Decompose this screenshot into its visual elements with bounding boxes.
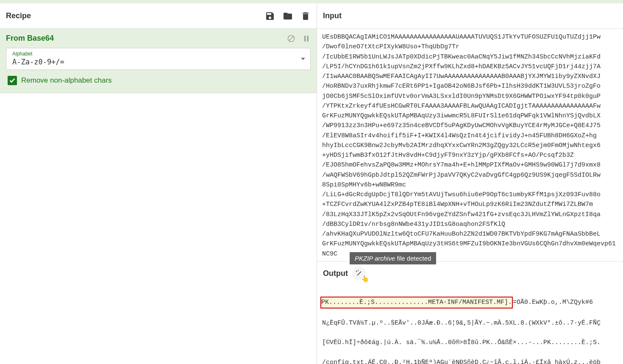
remove-non-alpha-checkbox[interactable]: Remove non-alphabet chars (6, 76, 311, 85)
file-detected-tooltip: PKZIP archive file detected (350, 252, 436, 264)
input-section: Input (317, 3, 623, 261)
recipe-header: Recipe (0, 3, 317, 29)
alphabet-dropdown[interactable]: Alphabet A-Za-z0-9+/= (6, 48, 311, 70)
tooltip-filetype: PKZIP archive (355, 255, 395, 262)
operation-title: From Base64 (6, 34, 54, 43)
cursor-pointer-icon: 👆 (361, 275, 369, 283)
input-title: Input (323, 11, 342, 20)
recipe-header-icons (265, 11, 311, 21)
highlight-pkzip-header: PK........È.;S..............META-INF/MAN… (320, 297, 513, 308)
checkbox-checked-icon (8, 76, 17, 85)
magic-wand-button[interactable]: PKZIP archive file detected 👆 (352, 267, 366, 280)
svg-rect-3 (307, 36, 309, 41)
output-text: /config.txt.ÁË.C0..Ð.²H.1bÑEª)AGu¨èNÐSñè… (319, 358, 621, 364)
io-panel: Input Output PKZIP archive file detected… (317, 3, 623, 364)
tooltip-rest: file detected (395, 255, 431, 262)
alphabet-value: A-Za-z0-9+/= (12, 58, 306, 66)
recipe-title: Recipe (6, 11, 31, 20)
svg-rect-2 (304, 36, 306, 41)
output-text: [©VÉÙ.hÏ]÷ðô¢ág.|ú.À. sä.¯%.u½Å..0õ®>8Î8… (319, 338, 621, 347)
folder-icon[interactable] (283, 11, 293, 21)
checkbox-label: Remove non-alphabet chars (21, 76, 112, 85)
pause-icon[interactable] (302, 34, 311, 43)
operation-from-base64: From Base64 Alphabet A-Za-z0-9+/= Remove… (0, 29, 317, 93)
save-icon[interactable] (265, 11, 275, 21)
top-accent-strip (0, 0, 623, 3)
svg-line-1 (289, 36, 293, 41)
output-text: =OÃ0.EwKþ.o,.M\ZQyk#6 (513, 299, 593, 306)
main-layout: Recipe From Base64 Alphabet A-Za-z0-9+/= (0, 3, 623, 364)
output-text: N¿ÈqFÛ.TVå½T.µ.º..§EÃv'..0JÁæ.Ð..6¦9&,5|… (319, 318, 621, 328)
disable-icon[interactable] (287, 34, 295, 43)
trash-icon[interactable] (300, 11, 311, 21)
output-title: Output (323, 269, 348, 278)
output-section: Output PKZIP archive file detected 👆 PK.… (317, 261, 623, 364)
alphabet-label: Alphabet (12, 51, 306, 57)
operation-controls (287, 34, 311, 43)
input-textarea[interactable] (317, 29, 623, 260)
recipe-panel: Recipe From Base64 Alphabet A-Za-z0-9+/= (0, 3, 317, 364)
output-textarea[interactable]: PK........È.;S..............META-INF/MAN… (317, 285, 623, 364)
output-header: Output PKZIP archive file detected 👆 (317, 261, 623, 285)
operation-header: From Base64 (6, 34, 311, 43)
input-header: Input (317, 3, 623, 29)
chevron-down-icon (301, 58, 305, 60)
